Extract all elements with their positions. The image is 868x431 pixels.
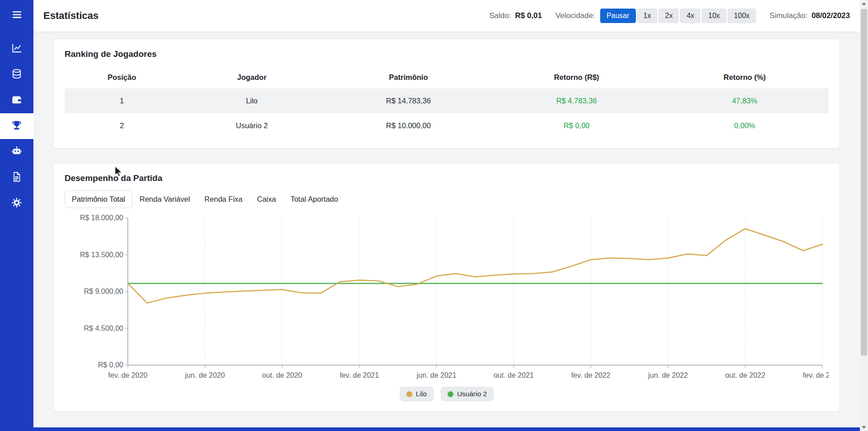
sidebar-nav bbox=[0, 36, 33, 216]
bottom-section-partial bbox=[0, 427, 860, 431]
table-row: 2 Usuário 2 R$ 10.000,00 R$ 0,00 0,00% bbox=[65, 113, 829, 138]
ranking-table: Posição Jogador Patrimônio Retorno (R$) … bbox=[65, 66, 829, 138]
speed-100x-button[interactable]: 100x bbox=[728, 9, 756, 23]
speed-4x-button[interactable]: 4x bbox=[680, 9, 700, 23]
hamburger-icon bbox=[11, 9, 23, 23]
svg-text:R$ 9.000,00: R$ 9.000,00 bbox=[84, 287, 123, 295]
cell-posicao: 1 bbox=[65, 88, 179, 113]
performance-title: Desempenho da Partida bbox=[65, 173, 829, 183]
page-title: Estatísticas bbox=[43, 10, 98, 22]
svg-text:R$ 18.000,00: R$ 18.000,00 bbox=[80, 214, 123, 222]
saldo-group: Saldo: R$ 0,01 bbox=[489, 11, 542, 20]
sidebar-item-wallet[interactable] bbox=[0, 88, 33, 113]
svg-text:fev. de 2023: fev. de 2023 bbox=[803, 371, 829, 379]
main-content: Ranking de Jogadores Posição Jogador Pat… bbox=[33, 32, 860, 431]
cell-posicao: 2 bbox=[65, 113, 179, 138]
svg-text:jun. de 2021: jun. de 2021 bbox=[416, 371, 457, 379]
topbar-controls: Saldo: R$ 0,01 Velocidade: Pausar 1x 2x … bbox=[489, 9, 850, 23]
cell-retorno-pct: 0,00% bbox=[661, 113, 829, 138]
sidebar-item-ranking[interactable] bbox=[0, 113, 33, 139]
sidebar-item-bots[interactable] bbox=[0, 139, 33, 165]
tab-caixa[interactable]: Caixa bbox=[250, 190, 283, 208]
legend-item-lilo[interactable]: Lilo bbox=[400, 387, 434, 401]
simulacao-label: Simulação: bbox=[770, 11, 807, 20]
cell-patrimonio: R$ 14.783,36 bbox=[324, 88, 492, 113]
performance-card: Desempenho da Partida Patrimônio Total R… bbox=[53, 163, 840, 412]
simulacao-group: Simulação: 08/02/2023 bbox=[770, 11, 850, 20]
scrollbar-up-arrow[interactable] bbox=[860, 0, 868, 7]
legend-item-usuario2[interactable]: Usuário 2 bbox=[441, 387, 494, 401]
svg-text:R$ 13.500,00: R$ 13.500,00 bbox=[80, 251, 123, 259]
trophy-icon bbox=[11, 120, 23, 133]
tab-renda-fixa[interactable]: Renda Fixa bbox=[197, 190, 250, 208]
performance-chart: fev. de 2020jun. de 2020out. de 2020fev.… bbox=[65, 213, 829, 381]
tab-renda-variavel[interactable]: Renda Variável bbox=[132, 190, 197, 208]
wallet-icon bbox=[11, 94, 23, 107]
speed-2x-button[interactable]: 2x bbox=[658, 9, 679, 23]
cell-retorno-rs: R$ 0,00 bbox=[493, 113, 661, 138]
speed-pause-button[interactable]: Pausar bbox=[600, 9, 636, 23]
sidebar bbox=[0, 0, 33, 431]
col-retorno-rs: Retorno (R$) bbox=[493, 66, 661, 88]
ranking-title: Ranking de Jogadores bbox=[65, 49, 829, 59]
legend-label: Usuário 2 bbox=[457, 390, 487, 398]
svg-text:fev. de 2020: fev. de 2020 bbox=[108, 371, 148, 379]
svg-text:out. de 2022: out. de 2022 bbox=[725, 371, 765, 379]
file-icon bbox=[11, 171, 23, 185]
svg-text:out. de 2020: out. de 2020 bbox=[262, 371, 302, 379]
svg-text:jun. de 2022: jun. de 2022 bbox=[648, 371, 688, 379]
sidebar-item-settings[interactable] bbox=[0, 190, 33, 216]
sidebar-item-reports[interactable] bbox=[0, 165, 33, 190]
chart-line-icon bbox=[11, 42, 23, 56]
scrollbar-down-arrow[interactable] bbox=[860, 424, 868, 431]
speed-1x-button[interactable]: 1x bbox=[637, 9, 658, 23]
tab-total-aportado[interactable]: Total Aportado bbox=[283, 190, 345, 208]
performance-chart-area: fev. de 2020jun. de 2020out. de 2020fev.… bbox=[65, 213, 829, 401]
cell-patrimonio: R$ 10.000,00 bbox=[324, 113, 492, 138]
svg-text:out. de 2021: out. de 2021 bbox=[494, 371, 534, 379]
svg-text:R$ 0,00: R$ 0,00 bbox=[98, 361, 123, 369]
sidebar-item-assets[interactable] bbox=[0, 62, 33, 88]
velocidade-group: Velocidade: Pausar 1x 2x 4x 10x 100x bbox=[555, 9, 756, 23]
col-jogador: Jogador bbox=[179, 66, 324, 88]
svg-text:fev. de 2021: fev. de 2021 bbox=[340, 371, 379, 379]
performance-tabs: Patrimônio Total Renda Variável Renda Fi… bbox=[65, 190, 829, 208]
table-row: 1 Lilo R$ 14.783,36 R$ 4.783,36 47,83% bbox=[65, 88, 829, 113]
cell-jogador: Lilo bbox=[179, 88, 324, 113]
simulacao-date: 08/02/2023 bbox=[812, 11, 850, 20]
scrollbar-thumb[interactable] bbox=[861, 9, 867, 356]
cell-jogador: Usuário 2 bbox=[179, 113, 324, 138]
gear-icon bbox=[11, 197, 23, 210]
saldo-value: R$ 0,01 bbox=[515, 11, 542, 20]
svg-text:jun. de 2020: jun. de 2020 bbox=[185, 371, 225, 379]
cell-retorno-rs: R$ 4.783,36 bbox=[493, 88, 661, 113]
top-bar: Estatísticas Saldo: R$ 0,01 Velocidade: … bbox=[33, 0, 860, 32]
speed-10x-button[interactable]: 10x bbox=[702, 9, 726, 23]
ranking-header-row: Posição Jogador Patrimônio Retorno (R$) … bbox=[65, 66, 829, 88]
col-patrimonio: Patrimônio bbox=[324, 66, 492, 88]
robot-icon bbox=[11, 145, 23, 159]
usuario2-series-dot bbox=[448, 391, 453, 397]
menu-toggle-button[interactable] bbox=[6, 6, 28, 24]
speed-button-group: Pausar 1x 2x 4x 10x 100x bbox=[600, 9, 756, 23]
svg-text:R$ 4.500,00: R$ 4.500,00 bbox=[84, 324, 123, 332]
tab-patrimonio-total[interactable]: Patrimônio Total bbox=[65, 190, 132, 208]
ranking-card: Ranking de Jogadores Posição Jogador Pat… bbox=[53, 39, 840, 148]
cell-retorno-pct: 47,83% bbox=[661, 88, 829, 113]
sidebar-item-statistics[interactable] bbox=[0, 36, 33, 62]
vertical-scrollbar[interactable] bbox=[860, 0, 868, 431]
coins-icon bbox=[11, 68, 23, 82]
chart-legend: Lilo Usuário 2 bbox=[65, 387, 829, 401]
lilo-series-dot bbox=[406, 391, 412, 397]
legend-label: Lilo bbox=[416, 390, 427, 398]
saldo-label: Saldo: bbox=[489, 11, 511, 20]
svg-text:fev. de 2022: fev. de 2022 bbox=[571, 371, 611, 379]
col-posicao: Posição bbox=[65, 66, 179, 88]
col-retorno-pct: Retorno (%) bbox=[661, 66, 829, 88]
velocidade-label: Velocidade: bbox=[555, 11, 595, 20]
